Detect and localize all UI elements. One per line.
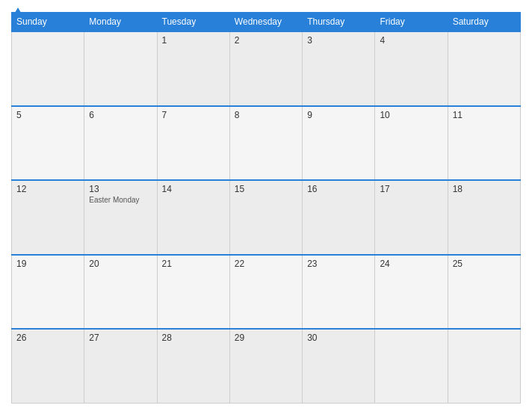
calendar-cell: 4: [375, 31, 448, 106]
calendar-week-1: 1234: [12, 31, 521, 106]
calendar-cell: 6: [84, 106, 157, 181]
day-number: 17: [380, 184, 442, 194]
day-number: 13: [89, 184, 152, 194]
day-number: 30: [307, 333, 370, 343]
calendar-week-4: 19202122232425: [12, 255, 521, 330]
calendar-body: 12345678910111213Easter Monday1415161718…: [12, 31, 521, 404]
calendar-cell: 21: [157, 255, 229, 330]
calendar-cell: [84, 31, 157, 106]
day-number: 16: [307, 184, 370, 194]
calendar-cell: [448, 329, 520, 404]
calendar-cell: 18: [448, 180, 520, 255]
day-number: 21: [162, 259, 225, 269]
day-number: 7: [162, 110, 225, 120]
calendar-cell: 14: [157, 180, 229, 255]
calendar-cell: 1: [157, 31, 229, 106]
calendar-cell: 5: [12, 106, 84, 181]
calendar-cell: 8: [229, 106, 302, 181]
calendar-cell: [448, 31, 520, 106]
calendar-header-row: SundayMondayTuesdayWednesdayThursdayFrid…: [12, 13, 521, 32]
day-number: 10: [380, 110, 442, 120]
calendar-cell: 26: [12, 329, 84, 404]
day-number: 26: [16, 333, 79, 343]
calendar-cell: 11: [448, 106, 520, 181]
day-of-week-wednesday: Wednesday: [229, 13, 302, 32]
day-number: 28: [162, 333, 225, 343]
calendar-cell: 24: [375, 255, 448, 330]
calendar-cell: 25: [448, 255, 520, 330]
calendar-cell: 30: [303, 329, 375, 404]
day-number: 8: [235, 110, 297, 120]
event-label: Easter Monday: [89, 196, 152, 204]
calendar-cell: 3: [303, 31, 375, 106]
day-number: 4: [380, 35, 442, 46]
day-number: 29: [235, 333, 297, 343]
day-number: 14: [162, 184, 225, 194]
day-number: 25: [453, 259, 516, 269]
calendar-cell: 27: [84, 329, 157, 404]
day-number: 19: [16, 259, 79, 269]
calendar-cell: 15: [229, 180, 302, 255]
day-number: 20: [89, 259, 152, 269]
calendar-cell: 12: [12, 180, 84, 255]
calendar-cell: 22: [229, 255, 302, 330]
calendar-cell: 29: [229, 329, 302, 404]
day-number: 12: [16, 184, 79, 194]
day-number: 15: [235, 184, 297, 194]
day-number: 24: [380, 259, 442, 269]
calendar-cell: 7: [157, 106, 229, 181]
day-number: 5: [16, 110, 79, 120]
day-number: 11: [453, 110, 516, 120]
calendar-cell: 17: [375, 180, 448, 255]
day-number: 27: [89, 333, 152, 343]
calendar-week-2: 567891011: [12, 106, 521, 181]
calendar-cell: 2: [229, 31, 302, 106]
day-number: 9: [307, 110, 370, 120]
day-of-week-friday: Friday: [375, 13, 448, 32]
day-number: 1: [162, 35, 225, 46]
calendar-cell: [375, 329, 448, 404]
calendar-cell: 19: [12, 255, 84, 330]
logo: [11, 7, 23, 17]
calendar-cell: 20: [84, 255, 157, 330]
day-of-week-thursday: Thursday: [303, 13, 375, 32]
calendar-cell: 23: [303, 255, 375, 330]
calendar-cell: 10: [375, 106, 448, 181]
calendar-cell: [12, 31, 84, 106]
calendar-cell: 13Easter Monday: [84, 180, 157, 255]
calendar-cell: 16: [303, 180, 375, 255]
day-number: 22: [235, 259, 297, 269]
day-of-week-monday: Monday: [84, 13, 157, 32]
calendar-cell: 9: [303, 106, 375, 181]
day-number: 6: [89, 110, 152, 120]
calendar-week-3: 1213Easter Monday1415161718: [12, 180, 521, 255]
day-of-week-tuesday: Tuesday: [157, 13, 229, 32]
day-number: 23: [307, 259, 370, 269]
day-of-week-saturday: Saturday: [448, 13, 520, 32]
calendar-cell: 28: [157, 329, 229, 404]
calendar-table: SundayMondayTuesdayWednesdayThursdayFrid…: [11, 12, 521, 404]
logo-triangle-icon: [13, 7, 23, 16]
logo-blue-text: [11, 7, 23, 17]
day-number: 3: [307, 35, 370, 46]
calendar-week-5: 2627282930: [12, 329, 521, 404]
day-number: 18: [453, 184, 516, 194]
day-number: 2: [235, 35, 297, 46]
